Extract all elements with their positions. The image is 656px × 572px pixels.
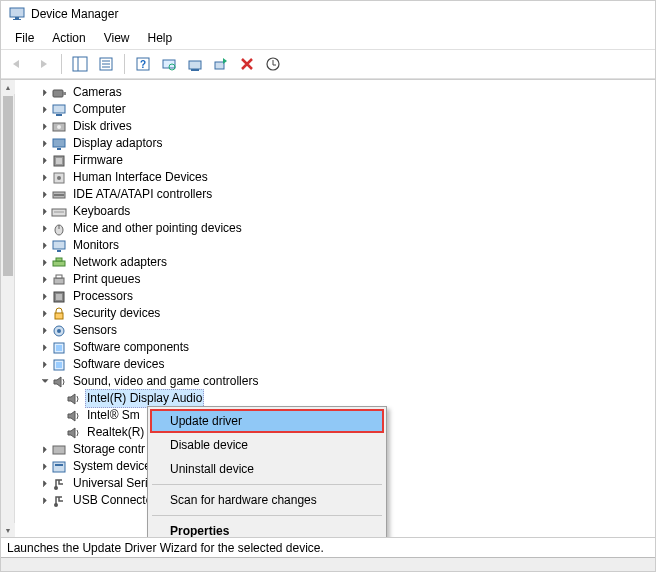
expand-icon[interactable]: ⏵ (39, 441, 51, 458)
context-menu-item[interactable]: Properties (150, 519, 384, 537)
expand-icon[interactable]: ⏵ (39, 322, 51, 339)
svg-rect-13 (189, 61, 201, 69)
scrollbar-thumb[interactable] (3, 96, 13, 276)
tree-category[interactable]: ⏵Security devices (15, 305, 655, 322)
expand-icon[interactable]: ⏵ (39, 84, 51, 101)
expand-icon[interactable]: ⏵ (39, 356, 51, 373)
tree-category[interactable]: ⏵Sensors (15, 322, 655, 339)
tree-category[interactable]: ⏵Firmware (15, 152, 655, 169)
ide-icon (51, 187, 67, 203)
update-driver-button[interactable] (183, 52, 207, 76)
tree-item-label: Realtek(R) (85, 424, 146, 441)
tree-item-label: Software components (71, 339, 191, 356)
disable-device-button[interactable] (235, 52, 259, 76)
tree-wrap: ▲ ▼ ⏵Cameras⏵Computer⏵Disk drives⏵Displa… (1, 79, 655, 537)
system-icon (51, 459, 67, 475)
tree-category[interactable]: ⏵Human Interface Devices (15, 169, 655, 186)
speaker-icon (65, 425, 81, 441)
context-menu-item[interactable]: Scan for hardware changes (150, 488, 384, 512)
window-title: Device Manager (31, 7, 118, 21)
expand-icon[interactable]: ⏵ (39, 186, 51, 203)
expand-icon[interactable]: ⏵ (39, 135, 51, 152)
menu-action[interactable]: Action (44, 29, 93, 47)
context-menu-item[interactable]: Update driver (150, 409, 384, 433)
expand-icon[interactable]: ⏵ (39, 254, 51, 271)
expand-icon[interactable]: ⏵ (39, 220, 51, 237)
expand-icon[interactable]: ⏵ (39, 237, 51, 254)
expand-icon[interactable]: ⏵ (39, 118, 51, 135)
tree-item-label: Firmware (71, 152, 125, 169)
vertical-scrollbar[interactable]: ▲ ▼ (1, 80, 15, 537)
tree-item-label: Universal Seri (71, 475, 150, 492)
keyboard-icon (51, 204, 67, 220)
show-hide-tree-button[interactable] (68, 52, 92, 76)
forward-button[interactable] (31, 52, 55, 76)
expand-icon[interactable]: ⏵ (39, 492, 51, 509)
menu-help[interactable]: Help (140, 29, 181, 47)
disk-icon (51, 119, 67, 135)
usb-icon (51, 493, 67, 509)
menu-view[interactable]: View (96, 29, 138, 47)
svg-rect-35 (53, 241, 65, 249)
tree-item-label: IDE ATA/ATAPI controllers (71, 186, 214, 203)
svg-rect-50 (53, 446, 65, 454)
tree-category[interactable]: ⏵IDE ATA/ATAPI controllers (15, 186, 655, 203)
svg-rect-43 (55, 313, 63, 319)
tree-category[interactable]: ⏵Mice and other pointing devices (15, 220, 655, 237)
tree-item-label: Network adapters (71, 254, 169, 271)
expand-icon[interactable]: ⏵ (39, 169, 51, 186)
expand-icon[interactable]: ⏵ (39, 458, 51, 475)
enable-device-button[interactable] (209, 52, 233, 76)
help-button[interactable]: ? (131, 52, 155, 76)
menu-file[interactable]: File (7, 29, 42, 47)
expand-icon[interactable]: ⏵ (39, 271, 51, 288)
tree-category[interactable]: ⏵Processors (15, 288, 655, 305)
svg-rect-19 (53, 105, 65, 113)
scroll-down-arrow[interactable]: ▼ (1, 523, 15, 537)
expand-icon[interactable]: ⏵ (39, 475, 51, 492)
context-menu: Update driverDisable deviceUninstall dev… (147, 406, 387, 537)
tree-category[interactable]: ⏵Disk drives (15, 118, 655, 135)
speaker-icon (65, 408, 81, 424)
expand-icon[interactable]: ⏵ (39, 203, 51, 220)
scan-hardware-button[interactable] (157, 52, 181, 76)
context-menu-item[interactable]: Uninstall device (150, 457, 384, 481)
tree-category[interactable]: ⏷Sound, video and game controllers (15, 373, 655, 390)
uninstall-device-button[interactable] (261, 52, 285, 76)
tree-item-label: Sound, video and game controllers (71, 373, 260, 390)
context-menu-item[interactable]: Disable device (150, 433, 384, 457)
tree-item-label: Mice and other pointing devices (71, 220, 244, 237)
tree-category[interactable]: ⏵Software devices (15, 356, 655, 373)
tree-item-label: Intel® Sm (85, 407, 142, 424)
tree-item-label: Human Interface Devices (71, 169, 210, 186)
expand-icon[interactable]: ⏵ (39, 339, 51, 356)
security-icon (51, 306, 67, 322)
expand-icon[interactable]: ⏵ (39, 305, 51, 322)
expand-icon[interactable]: ⏵ (39, 152, 51, 169)
tree-category[interactable]: ⏵Display adaptors (15, 135, 655, 152)
svg-rect-3 (73, 57, 87, 71)
tree-category[interactable]: ⏵Keyboards (15, 203, 655, 220)
scroll-up-arrow[interactable]: ▲ (1, 80, 15, 94)
tree-device-item[interactable]: Intel(R) Display Audio (15, 390, 655, 407)
svg-rect-0 (10, 8, 24, 17)
software-icon (51, 340, 67, 356)
properties-button[interactable] (94, 52, 118, 76)
back-button[interactable] (5, 52, 29, 76)
tree-item-label: Processors (71, 288, 135, 305)
svg-point-45 (57, 329, 61, 333)
expand-icon[interactable]: ⏵ (39, 288, 51, 305)
svg-rect-23 (53, 139, 65, 147)
tree-category[interactable]: ⏵Computer (15, 101, 655, 118)
tree-category[interactable]: ⏵Software components (15, 339, 655, 356)
tree-category[interactable]: ⏵Network adapters (15, 254, 655, 271)
statusbar: Launches the Update Driver Wizard for th… (1, 537, 655, 557)
expand-icon[interactable]: ⏵ (39, 101, 51, 118)
tree-category[interactable]: ⏵Monitors (15, 237, 655, 254)
speaker-icon (65, 391, 81, 407)
network-icon (51, 255, 67, 271)
tree-item-label: Keyboards (71, 203, 132, 220)
tree-category[interactable]: ⏵Cameras (15, 84, 655, 101)
tree-category[interactable]: ⏵Print queues (15, 271, 655, 288)
collapse-icon[interactable]: ⏷ (39, 373, 51, 390)
